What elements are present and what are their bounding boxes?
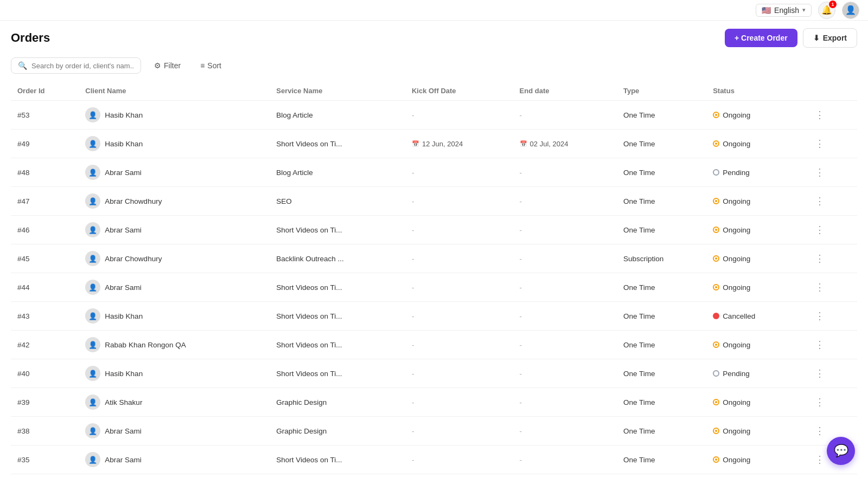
cell-service-name: Short Videos on Ti...	[270, 359, 405, 388]
status-text: Pending	[723, 169, 750, 177]
cell-order-id: #48	[11, 158, 79, 187]
create-order-button[interactable]: + Create Order	[725, 29, 797, 47]
table-row: #38👤Abrar SamiGraphic Design--One TimeOn…	[11, 417, 857, 445]
cell-kick-off-date: -	[405, 359, 513, 388]
cell-status: Ongoing	[706, 216, 804, 244]
cell-actions: ⋮	[804, 474, 857, 479]
sort-label: Sort	[207, 61, 221, 70]
col-client-name: Client Name	[79, 81, 270, 101]
status-dot	[713, 227, 719, 233]
more-actions-button[interactable]: ⋮	[810, 338, 829, 352]
cell-actions: ⋮	[804, 388, 857, 417]
language-selector[interactable]: 🇺🇸 English ▾	[756, 4, 812, 17]
client-avatar: 👤	[85, 280, 100, 295]
download-icon: ⬇	[813, 34, 820, 42]
cell-order-id: #39	[11, 388, 79, 417]
cell-kick-off-date: -	[405, 216, 513, 244]
sort-button[interactable]: ≡ Sort	[194, 58, 228, 73]
cell-end-date: -	[513, 187, 617, 216]
more-actions-button[interactable]: ⋮	[810, 165, 829, 179]
more-actions-button[interactable]: ⋮	[810, 395, 829, 409]
cell-order-id: #47	[11, 187, 79, 216]
cell-actions: ⋮	[804, 216, 857, 244]
cell-client-name: 👤Hasib Khan	[79, 130, 270, 158]
search-input[interactable]	[31, 62, 134, 70]
more-actions-button[interactable]: ⋮	[810, 424, 829, 438]
cell-service-name: Short Videos on Ti...	[270, 302, 405, 331]
status-text: Ongoing	[723, 111, 750, 119]
status-dot	[713, 284, 719, 290]
end-date-text: 02 Jul, 2024	[530, 140, 569, 148]
col-kick-off-date: Kick Off Date	[405, 81, 513, 101]
col-order-id: Order Id	[11, 81, 79, 101]
more-actions-button[interactable]: ⋮	[810, 223, 829, 237]
cell-kick-off-date: -	[405, 187, 513, 216]
more-actions-button[interactable]: ⋮	[810, 309, 829, 323]
cell-end-date: 📅02 Jul, 2024	[513, 130, 617, 158]
user-avatar-button[interactable]: 👤	[842, 2, 859, 19]
notification-button[interactable]: 🔔 1	[818, 2, 835, 19]
cell-status: Ongoing	[706, 445, 804, 474]
cell-type: One Time	[617, 445, 706, 474]
cell-type: One Time	[617, 417, 706, 445]
client-name-text: Abrar Chowdhury	[105, 197, 162, 205]
status-text: Ongoing	[723, 197, 750, 205]
cell-type: One Time	[617, 388, 706, 417]
cell-end-date: -	[513, 101, 617, 130]
cell-status: Ongoing	[706, 388, 804, 417]
cell-type: One Time	[617, 101, 706, 130]
filter-label: Filter	[164, 61, 181, 70]
cell-kick-off-date: -	[405, 445, 513, 474]
client-name-text: Hasib Khan	[105, 370, 143, 378]
cell-order-id: #42	[11, 331, 79, 359]
status-text: Pending	[723, 370, 750, 378]
more-actions-button[interactable]: ⋮	[810, 194, 829, 208]
more-actions-button[interactable]: ⋮	[810, 137, 829, 151]
search-box[interactable]: 🔍	[11, 57, 141, 74]
table-row: #35👤Abrar SamiShort Videos on Ti...--One…	[11, 445, 857, 474]
orders-table-container: Order Id Client Name Service Name Kick O…	[0, 81, 868, 478]
cell-service-name: Blog Article	[270, 101, 405, 130]
table-header: Order Id Client Name Service Name Kick O…	[11, 81, 857, 101]
client-name-text: Abrar Sami	[105, 283, 142, 292]
cell-kick-off-date: -	[405, 474, 513, 479]
cell-status: Pending	[706, 158, 804, 187]
cell-client-name: 👤Rabab Khan Rongon QA	[79, 331, 270, 359]
cell-actions: ⋮	[804, 359, 857, 388]
status-dot	[713, 198, 719, 204]
more-actions-button[interactable]: ⋮	[810, 280, 829, 294]
cell-order-id: #45	[11, 244, 79, 273]
cell-status: Ongoing	[706, 244, 804, 273]
sort-icon: ≡	[200, 61, 205, 70]
topbar: 🇺🇸 English ▾ 🔔 1 👤	[0, 0, 868, 21]
cell-type: One Time	[617, 158, 706, 187]
cell-status: Pending	[706, 359, 804, 388]
cell-client-name: 👤Hasib Khan	[79, 101, 270, 130]
more-actions-button[interactable]: ⋮	[810, 453, 829, 467]
table-row: #46👤Abrar SamiShort Videos on Ti...--One…	[11, 216, 857, 244]
cell-type: One Time	[617, 216, 706, 244]
cell-actions: ⋮	[804, 187, 857, 216]
flag-icon: 🇺🇸	[762, 6, 771, 15]
cell-status: Ongoing	[706, 187, 804, 216]
client-name-text: Abrar Chowdhury	[105, 255, 162, 263]
more-actions-button[interactable]: ⋮	[810, 251, 829, 266]
cell-status: Ongoing	[706, 101, 804, 130]
more-actions-button[interactable]: ⋮	[810, 366, 829, 380]
table-row: #45👤Abrar ChowdhuryBacklink Outreach ...…	[11, 244, 857, 273]
table-row: #39👤Atik ShakurGraphic Design--One TimeO…	[11, 388, 857, 417]
cell-service-name: Graphic Design	[270, 388, 405, 417]
cell-kick-off-date: -	[405, 101, 513, 130]
page-title: Orders	[11, 31, 50, 45]
filter-button[interactable]: ⚙ Filter	[148, 58, 187, 73]
client-name-text: Atik Shakur	[105, 398, 142, 406]
chat-fab-button[interactable]: 💬	[827, 437, 855, 465]
export-button[interactable]: ⬇ Export	[803, 28, 857, 48]
client-avatar: 👤	[85, 193, 100, 209]
cell-client-name: 👤Abrar Sami	[79, 445, 270, 474]
more-actions-button[interactable]: ⋮	[810, 108, 829, 122]
cell-kick-off-date: -	[405, 417, 513, 445]
cell-status: Cancelled	[706, 302, 804, 331]
orders-table: Order Id Client Name Service Name Kick O…	[11, 81, 857, 478]
status-dot	[713, 341, 719, 348]
